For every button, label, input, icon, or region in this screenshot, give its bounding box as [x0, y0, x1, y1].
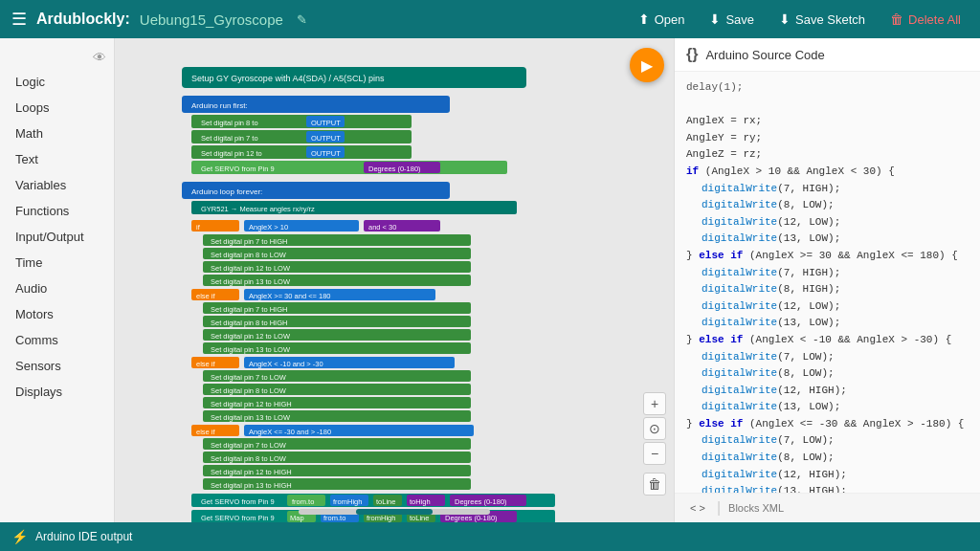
svg-text:from.to: from.to	[323, 514, 345, 522]
code-line: digitalWrite(13, LOW);	[686, 231, 969, 248]
save-sketch-button[interactable]: ⬇ Save Sketch	[771, 8, 873, 31]
code-line: digitalWrite(12, LOW);	[686, 298, 969, 316]
svg-text:Get SERVO from Pin 9: Get SERVO from Pin 9	[201, 165, 275, 173]
svg-text:Set digital pin 7 to HIGH: Set digital pin 7 to HIGH	[211, 305, 287, 314]
blocks-xml-label: Blocks XML	[728, 502, 784, 514]
scroll-thumb	[356, 509, 433, 515]
svg-text:Arduino loop forever:: Arduino loop forever:	[191, 187, 262, 196]
sidebar-item-displays[interactable]: Displays	[0, 379, 114, 405]
zoom-controls: + ⊙ −	[643, 392, 666, 465]
code-line: } else if (AngleX < -10 && AngleX > -30)…	[686, 332, 969, 349]
code-line: digitalWrite(8, LOW);	[686, 365, 969, 383]
svg-text:OUTPUT: OUTPUT	[311, 134, 341, 143]
code-line: digitalWrite(8, LOW);	[686, 450, 969, 467]
menu-icon[interactable]: ☰	[11, 9, 27, 30]
code-line: digitalWrite(8, LOW);	[686, 197, 969, 214]
open-button[interactable]: ⬆ Open	[631, 8, 693, 31]
svg-text:Set digital pin 7 to HIGH: Set digital pin 7 to HIGH	[211, 237, 287, 246]
svg-text:and < 30: and < 30	[368, 223, 396, 231]
code-line: digitalWrite(12, HIGH);	[686, 467, 969, 484]
svg-text:AngleX < -10 and > -30: AngleX < -10 and > -30	[249, 360, 323, 368]
save-button[interactable]: ⬇ Save	[702, 8, 762, 31]
code-line: digitalWrite(12, HIGH);	[686, 383, 969, 400]
edit-icon[interactable]: ✎	[297, 12, 307, 27]
delete-all-button[interactable]: 🗑 Delete All	[882, 8, 969, 31]
svg-text:Set digital pin 7 to: Set digital pin 7 to	[201, 134, 258, 143]
blocks-svg: Setup GY Gyroscope with A4(SDA) / A5(SCL…	[115, 38, 674, 522]
svg-text:Set digital pin 13 to LOW: Set digital pin 13 to LOW	[211, 413, 291, 422]
code-line: digitalWrite(7, LOW);	[686, 432, 969, 450]
sidebar-item-math[interactable]: Math	[0, 121, 114, 146]
svg-text:AngleX >= 30 and <= 180: AngleX >= 30 and <= 180	[249, 292, 331, 300]
svg-text:Degrees (0-180): Degrees (0-180)	[368, 165, 421, 173]
svg-text:OUTPUT: OUTPUT	[311, 149, 341, 158]
sidebar-item-text[interactable]: Text	[0, 146, 114, 172]
svg-text:else if: else if	[196, 360, 216, 368]
code-line: digitalWrite(8, HIGH);	[686, 281, 969, 298]
sidebar-item-inputoutput[interactable]: Input/Output	[0, 224, 114, 250]
svg-text:Set digital pin 8 to LOW: Set digital pin 8 to LOW	[211, 386, 287, 395]
sidebar-item-comms[interactable]: Comms	[0, 327, 114, 353]
sidebar-item-functions[interactable]: Functions	[0, 198, 114, 224]
project-name: Uebung15_Gyroscope	[140, 11, 283, 28]
delete-icon: 🗑	[890, 11, 903, 27]
zoom-reset-button[interactable]: ⊙	[643, 417, 666, 440]
sidebar-item-loops[interactable]: Loops	[0, 95, 114, 121]
sidebar-item-time[interactable]: Time	[0, 250, 114, 276]
svg-text:Set digital pin 8 to: Set digital pin 8 to	[201, 119, 258, 127]
upload-icon: ⬆	[638, 11, 650, 27]
svg-text:Set digital pin 7 to LOW: Set digital pin 7 to LOW	[211, 441, 287, 450]
svg-text:Set digital pin 12 to HIGH: Set digital pin 12 to HIGH	[211, 468, 292, 476]
svg-text:Set digital pin 8 to LOW: Set digital pin 8 to LOW	[211, 454, 287, 463]
svg-text:AngleX <= -30 and > -180: AngleX <= -30 and > -180	[249, 428, 331, 436]
svg-text:AngleX > 10: AngleX > 10	[249, 223, 288, 231]
block-canvas-area[interactable]: Setup GY Gyroscope with A4(SDA) / A5(SCL…	[115, 38, 674, 522]
blocks-canvas[interactable]: Setup GY Gyroscope with A4(SDA) / A5(SCL…	[115, 38, 674, 522]
code-line	[686, 97, 969, 114]
svg-text:GYR521 → Measure angles rx/ry/: GYR521 → Measure angles rx/ry/rz	[201, 205, 315, 213]
svg-text:Degrees (0-180): Degrees (0-180)	[445, 514, 498, 522]
statusbar: ⚡ Arduino IDE output	[0, 522, 980, 551]
sidebar-item-sensors[interactable]: Sensors	[0, 353, 114, 379]
svg-text:toHigh: toHigh	[410, 497, 431, 506]
sidebar-header: 👁	[0, 46, 114, 69]
svg-text:Set digital pin 12 to: Set digital pin 12 to	[201, 149, 262, 158]
sidebar-item-logic[interactable]: Logic	[0, 69, 114, 95]
brace-icon: {}	[686, 46, 698, 63]
code-line: digitalWrite(12, LOW);	[686, 214, 969, 231]
eye-icon[interactable]: 👁	[93, 50, 106, 65]
code-line: delay(1);	[686, 79, 969, 97]
zoom-in-button[interactable]: +	[643, 392, 666, 415]
svg-text:Get SERVO from Pin 9: Get SERVO from Pin 9	[201, 497, 275, 506]
app-title: Ardublockly:	[36, 11, 130, 28]
trash-button[interactable]: 🗑	[643, 473, 666, 496]
sidebar-item-motors[interactable]: Motors	[0, 301, 114, 327]
sidebar-item-audio[interactable]: Audio	[0, 276, 114, 301]
svg-text:Set digital pin 12 to HIGH: Set digital pin 12 to HIGH	[211, 400, 292, 408]
code-view-button[interactable]: < >	[686, 500, 709, 516]
sidebar-item-variables[interactable]: Variables	[0, 172, 114, 198]
svg-text:Set digital pin 12 to LOW: Set digital pin 12 to LOW	[211, 332, 291, 341]
zoom-out-button[interactable]: −	[643, 442, 666, 465]
code-title: Arduino Source Code	[705, 48, 824, 62]
code-line: AngleX = rx;	[686, 113, 969, 130]
code-line: } else if (AngleX <= -30 && AngleX > -18…	[686, 416, 969, 433]
svg-text:Degrees (0-180): Degrees (0-180)	[455, 497, 507, 506]
horizontal-scrollbar[interactable]	[299, 509, 490, 515]
svg-text:Set digital pin 13 to LOW: Set digital pin 13 to LOW	[211, 277, 291, 286]
svg-text:toLine: toLine	[410, 514, 429, 522]
code-line: if (AngleX > 10 && AngleX < 30) {	[686, 164, 969, 181]
code-panel: {} Arduino Source Code delay(1); AngleX …	[674, 38, 980, 522]
svg-text:Set digital pin 12 to LOW: Set digital pin 12 to LOW	[211, 264, 291, 273]
svg-text:toLine: toLine	[376, 497, 395, 506]
svg-text:Get SERVO from Pin 9: Get SERVO from Pin 9	[201, 514, 275, 522]
code-line: digitalWrite(13, HIGH);	[686, 483, 969, 493]
play-button[interactable]: ▶	[630, 48, 664, 82]
code-header: {} Arduino Source Code	[675, 38, 980, 72]
sketch-icon: ⬇	[779, 11, 791, 27]
svg-text:Set digital pin 13 to HIGH: Set digital pin 13 to HIGH	[211, 481, 292, 490]
code-body[interactable]: delay(1); AngleX = rx; AngleY = ry; Angl…	[675, 72, 980, 493]
svg-text:Arduino run first:: Arduino run first:	[191, 101, 248, 110]
svg-text:Set digital pin 7 to LOW: Set digital pin 7 to LOW	[211, 373, 287, 382]
status-text: Arduino IDE output	[35, 530, 132, 543]
